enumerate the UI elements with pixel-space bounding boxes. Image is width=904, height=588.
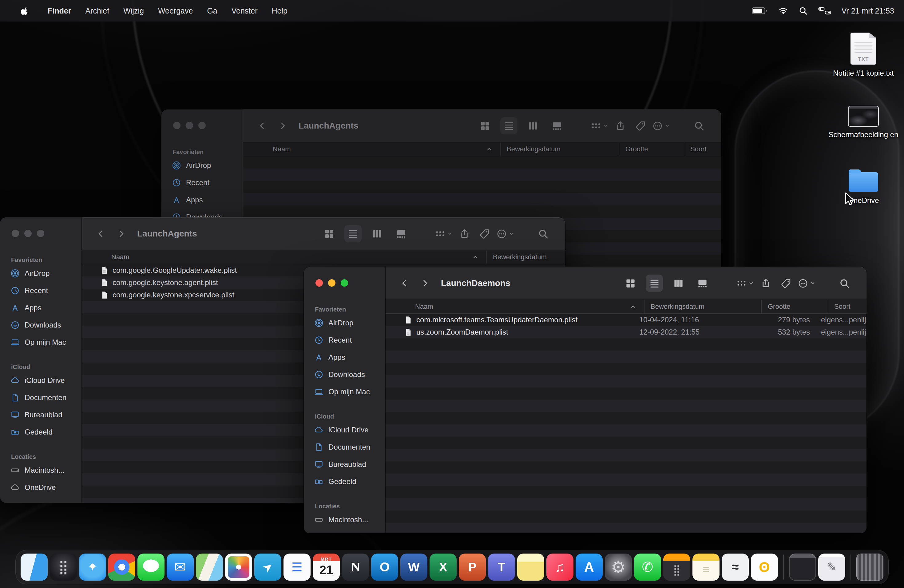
column-header-soort[interactable]: Soort (684, 142, 721, 156)
zoom-button[interactable] (198, 122, 206, 129)
dock-item[interactable]: A (575, 553, 603, 581)
dock-item[interactable]: X (430, 553, 457, 581)
menu-bar-clock[interactable]: Vr 21 mrt 21:53 (842, 6, 894, 15)
dock-item[interactable]: P (459, 553, 486, 581)
sidebar-item[interactable]: Op mijn Mac (304, 383, 385, 400)
search-button[interactable] (690, 117, 708, 134)
dock-item[interactable]: ✦ (79, 553, 106, 581)
sidebar-item[interactable]: AirDrop (0, 265, 82, 282)
sidebar-item[interactable]: Recent (0, 282, 82, 299)
dock-item[interactable]: ➤ (254, 553, 281, 581)
dock-item[interactable] (21, 553, 47, 581)
more-button[interactable] (798, 275, 815, 292)
tag-button[interactable] (777, 275, 795, 292)
group-button[interactable] (435, 225, 453, 242)
sidebar-item[interactable]: OneDrive (0, 479, 82, 496)
dock-item[interactable]: T (488, 553, 515, 581)
back-button[interactable] (254, 117, 271, 134)
sidebar-item[interactable]: Gedeeld (304, 473, 385, 490)
dock-item[interactable]: ✉ (167, 553, 194, 581)
dock-item[interactable]: N (342, 553, 369, 581)
sidebar-item[interactable]: Documenten (304, 439, 385, 456)
sidebar-item[interactable]: AirDrop (161, 157, 243, 174)
back-button[interactable] (396, 275, 413, 292)
dock-item[interactable]: W (400, 553, 427, 581)
minimize-button[interactable] (186, 122, 193, 129)
column-header-naam[interactable]: Naam (386, 300, 644, 313)
sidebar-item[interactable]: Macintosh... (0, 462, 82, 479)
more-button[interactable] (496, 225, 514, 242)
zoom-button[interactable] (341, 279, 348, 287)
menu-wijzig[interactable]: Wijzig (116, 0, 151, 22)
forward-button[interactable] (416, 275, 433, 292)
sidebar-item[interactable]: Recent (304, 332, 385, 349)
list-view-button[interactable] (345, 225, 362, 242)
desktop-icon-screenshot[interactable]: Schermafbeelding en (820, 106, 904, 139)
trash-icon[interactable] (857, 553, 883, 581)
menu-archief[interactable]: Archief (78, 0, 116, 22)
sidebar-item[interactable]: Macintosh... (304, 511, 385, 528)
desktop-icon-note-txt[interactable]: TXT Notitie #1 kopie.txt (820, 33, 904, 78)
column-view-button[interactable] (524, 117, 542, 134)
sidebar-item[interactable]: iCloud Drive (0, 372, 82, 389)
sidebar-item[interactable]: Apps (0, 299, 82, 316)
dock-minimized-window[interactable]: ✎ (818, 553, 845, 581)
sidebar-item[interactable]: Bureaublad (0, 406, 82, 424)
dock-item[interactable] (108, 553, 135, 581)
column-header-bewerkingsdatum[interactable]: Bewerkingsdatum (487, 250, 565, 264)
forward-button[interactable] (112, 225, 130, 242)
file-row[interactable]: com.microsoft.teams.TeamsUpdaterDaemon.p… (386, 314, 866, 326)
desktop-icon-onedrive[interactable]: OneDrive (820, 169, 904, 205)
dock-item[interactable]: ≈ (722, 553, 749, 581)
menu-weergave[interactable]: Weergave (151, 0, 200, 22)
gallery-view-button[interactable] (694, 275, 711, 292)
share-button[interactable] (456, 225, 473, 242)
icon-view-button[interactable] (476, 117, 493, 134)
dock-item[interactable]: ✆ (634, 553, 661, 581)
dock-item[interactable]: MRT 21 (313, 553, 340, 581)
dock-item[interactable] (517, 553, 544, 581)
finder-window-launchdaemons[interactable]: Favorieten AirDrop Recent (304, 267, 866, 533)
group-button[interactable] (736, 275, 754, 292)
dock-item[interactable]: ☰ (283, 553, 311, 581)
close-button[interactable] (173, 122, 180, 129)
battery-icon[interactable] (752, 6, 768, 15)
search-button[interactable] (836, 275, 853, 292)
file-list[interactable]: com.microsoft.teams.TeamsUpdaterDaemon.p… (386, 314, 866, 533)
dock-item[interactable]: ⣿ (663, 553, 690, 581)
file-row[interactable]: us.zoom.ZoomDaemon.plist 12-09-2022, 21:… (386, 326, 866, 338)
column-header-bewerkingsdatum[interactable]: Bewerkingsdatum (500, 142, 619, 156)
column-header-soort[interactable]: Soort (828, 300, 866, 313)
menu-finder[interactable]: Finder (41, 0, 78, 22)
column-header-bewerkingsdatum[interactable]: Bewerkingsdatum (644, 300, 761, 313)
sidebar-item[interactable]: Apps (161, 191, 243, 209)
forward-button[interactable] (274, 117, 291, 134)
column-header-naam[interactable]: Naam (243, 142, 500, 156)
dock-item[interactable] (225, 553, 252, 581)
icon-view-button[interactable] (321, 225, 338, 242)
sidebar-item[interactable]: Downloads (304, 366, 385, 383)
close-button[interactable] (316, 279, 323, 287)
group-button[interactable] (591, 117, 608, 134)
dock-item[interactable] (137, 553, 164, 581)
sidebar-item[interactable]: Gedeeld (0, 424, 82, 441)
sidebar-item[interactable]: Recent (161, 174, 243, 191)
spotlight-icon[interactable] (798, 6, 808, 15)
dock-item[interactable]: O (371, 553, 398, 581)
column-view-button[interactable] (670, 275, 687, 292)
zoom-button[interactable] (37, 230, 44, 237)
sidebar-item[interactable]: Apps (304, 349, 385, 366)
tag-button[interactable] (632, 117, 649, 134)
sidebar-item[interactable]: AirDrop (304, 314, 385, 332)
list-view-button[interactable] (646, 275, 663, 292)
sidebar-item[interactable]: iCloud Drive (304, 421, 385, 439)
sidebar-item[interactable]: Documenten (0, 389, 82, 406)
dock-item[interactable]: ⣿ (50, 553, 77, 581)
gallery-view-button[interactable] (392, 225, 409, 242)
search-button[interactable] (534, 225, 552, 242)
menu-ga[interactable]: Ga (200, 0, 224, 22)
control-center-icon[interactable] (818, 6, 831, 15)
dock-item[interactable]: ʘ (751, 553, 778, 581)
sidebar-item[interactable]: OneDrive (304, 528, 385, 533)
sidebar-item[interactable]: Op mijn Mac (0, 334, 82, 351)
